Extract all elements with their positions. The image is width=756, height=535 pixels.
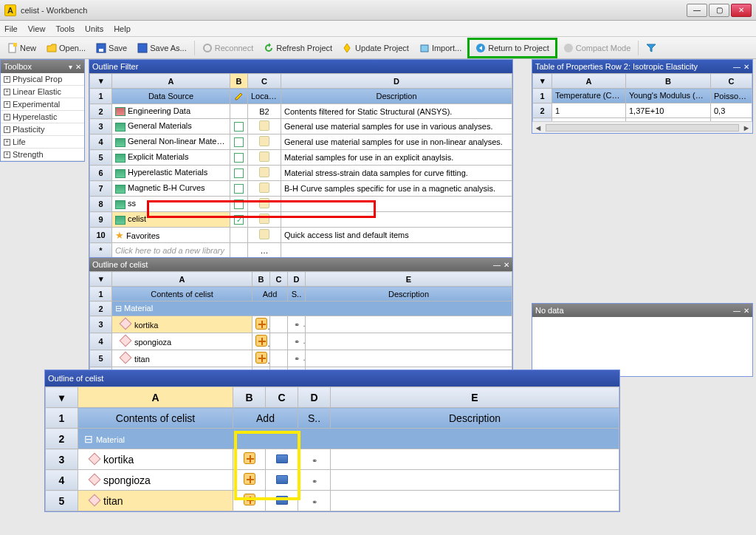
table-row[interactable]: 9celist: [90, 212, 512, 228]
material-icon: [120, 318, 132, 330]
checkbox[interactable]: [234, 184, 244, 194]
add-icon[interactable]: [244, 473, 255, 485]
toolbox-close-icon[interactable]: ✕: [75, 63, 81, 71]
expand-icon: +: [4, 89, 10, 95]
minimize-button[interactable]: —: [687, 4, 707, 17]
open-button[interactable]: Open...: [42, 41, 90, 55]
checkbox[interactable]: [234, 200, 244, 209]
import-button[interactable]: Import...: [415, 41, 466, 55]
add-icon[interactable]: [244, 452, 255, 464]
return-icon: [475, 43, 486, 53]
saveas-button[interactable]: Save As...: [133, 41, 191, 55]
toolbox-item[interactable]: +Experimental: [1, 98, 84, 111]
table-row[interactable]: 6Hyperelastic MaterialsMaterial stress-s…: [90, 166, 512, 181]
toolbox-title: Toolbox: [4, 62, 32, 71]
table-row[interactable]: 4General Non-linear MaterialsGeneral use…: [90, 134, 512, 150]
outline-filter-grid[interactable]: ▾ A B C D 1 Data Source Location Descrip…: [89, 73, 512, 258]
add-icon[interactable]: [255, 335, 267, 347]
toolbox-item[interactable]: +Hyperelastic: [1, 111, 84, 123]
panel-close-icon[interactable]: ✕: [504, 261, 509, 269]
table-row[interactable]: 3General MaterialsGeneral use material s…: [90, 119, 512, 134]
pencil-icon: [234, 90, 244, 100]
link-icon: ⚭: [291, 321, 303, 328]
svg-rect-6: [421, 45, 428, 52]
close-button[interactable]: ✕: [731, 4, 752, 17]
update-button[interactable]: Update Project: [338, 41, 413, 55]
open-icon: [47, 43, 57, 53]
outline-celist-grid[interactable]: ▾ A B C D E 1 Contents of celist Add S..…: [89, 271, 512, 382]
update-icon: [343, 43, 353, 53]
table-row[interactable]: 3kortika⚭: [90, 316, 512, 333]
checkbox[interactable]: [234, 137, 244, 147]
col-c[interactable]: C: [248, 74, 281, 89]
svg-point-5: [204, 44, 211, 52]
location-icon[interactable]: [259, 229, 269, 239]
material-icon: [89, 494, 101, 506]
add-icon[interactable]: [244, 494, 255, 505]
location-icon[interactable]: [259, 198, 269, 208]
return-highlight: Return to Project: [467, 38, 557, 58]
table-row[interactable]: 10★ FavoritesQuick access list and defau…: [90, 228, 512, 243]
table-row[interactable]: 4spongioza⚭: [46, 470, 619, 491]
outline-celist-enlarged: Outline of celist ▾ A BCDE 1 Contents of…: [44, 369, 620, 512]
menubar: File View Tools Units Help: [0, 21, 756, 37]
book-icon: [115, 154, 126, 163]
return-button[interactable]: Return to Project: [471, 41, 554, 55]
toolbox-pin-icon[interactable]: ▾: [69, 63, 72, 71]
reconnect-button[interactable]: Reconnect: [198, 41, 258, 55]
menu-tools[interactable]: Tools: [55, 24, 75, 33]
table-row[interactable]: 8ss: [90, 197, 512, 212]
toolbox-item[interactable]: +Strength: [1, 149, 84, 161]
location-icon[interactable]: [259, 167, 269, 177]
table-row[interactable]: 4spongioza⚭: [90, 333, 512, 350]
expand-icon: +: [4, 101, 10, 108]
book-icon[interactable]: [276, 496, 288, 505]
add-icon[interactable]: [255, 318, 267, 330]
compact-button[interactable]: Compact Mode: [559, 41, 636, 55]
toolbox-item[interactable]: +Linear Elastic: [1, 86, 84, 98]
add-library-hint[interactable]: Click here to add a new library: [112, 243, 230, 258]
location-icon[interactable]: [259, 214, 269, 224]
checkbox[interactable]: [234, 168, 244, 178]
menu-view[interactable]: View: [28, 24, 46, 33]
panel-pin-icon[interactable]: —: [493, 261, 501, 269]
location-icon[interactable]: [259, 183, 269, 193]
checkbox[interactable]: [234, 153, 244, 163]
refresh-button[interactable]: Refresh Project: [259, 41, 337, 55]
new-button[interactable]: New: [3, 41, 41, 55]
menu-help[interactable]: Help: [114, 24, 131, 33]
table-row[interactable]: 2Engineering DataB2Contents filtered for…: [90, 104, 512, 119]
book-icon[interactable]: [276, 475, 288, 484]
table-row[interactable]: 5titan⚭: [46, 491, 619, 511]
add-icon[interactable]: [255, 352, 267, 364]
checkbox[interactable]: [234, 215, 244, 225]
location-icon[interactable]: [259, 151, 269, 162]
book-icon: [115, 169, 126, 178]
toolbox-item[interactable]: +Plasticity: [1, 123, 84, 136]
col-d[interactable]: D: [281, 74, 512, 89]
save-button[interactable]: Save: [92, 41, 131, 55]
outline-celist-title: Outline of celist: [92, 260, 148, 269]
corner-cell[interactable]: ▾: [90, 74, 112, 89]
checkbox[interactable]: [234, 122, 244, 132]
maximize-button[interactable]: ▢: [709, 4, 729, 17]
filter-button[interactable]: [642, 41, 661, 55]
panel-pin-icon[interactable]: —: [733, 307, 740, 315]
location-icon[interactable]: [259, 120, 269, 131]
book-icon: [115, 216, 126, 225]
menu-file[interactable]: File: [4, 24, 18, 33]
panel-close-icon[interactable]: ✕: [743, 307, 749, 315]
location-icon[interactable]: [259, 136, 269, 146]
table-row[interactable]: 7Magnetic B-H CurvesB-H Curve samples sp…: [90, 181, 512, 197]
table-row[interactable]: 5Explicit MaterialsMaterial samples for …: [90, 150, 512, 166]
book-icon[interactable]: [276, 454, 288, 463]
compact-icon: [563, 43, 574, 53]
toolbox-item[interactable]: +Life: [1, 136, 84, 149]
outline-big-grid[interactable]: ▾ A BCDE 1 Contents of celist Add S.. De…: [45, 386, 619, 511]
col-b[interactable]: B: [230, 74, 248, 89]
col-a[interactable]: A: [112, 74, 230, 89]
table-row[interactable]: 3kortika⚭: [46, 449, 619, 470]
menu-units[interactable]: Units: [85, 24, 103, 33]
table-row[interactable]: 5titan⚭: [90, 350, 512, 367]
toolbox-item[interactable]: +Physical Prop: [1, 73, 84, 86]
